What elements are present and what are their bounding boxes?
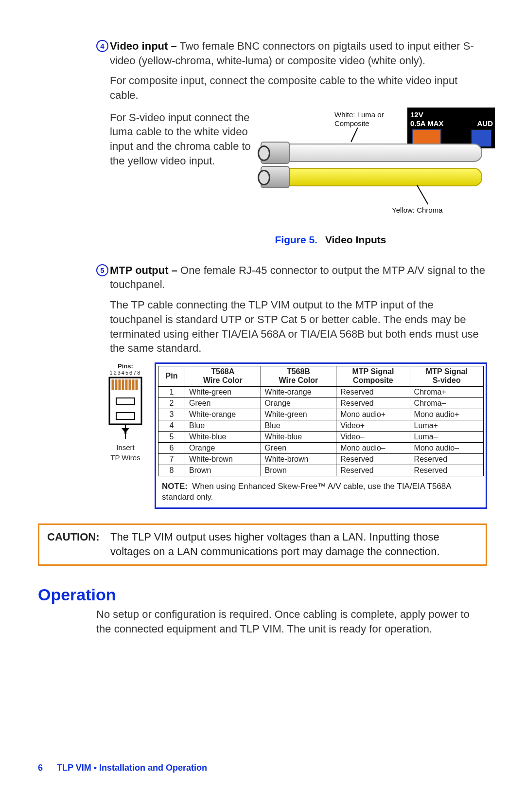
device-panel: 12V 0.5A MAX AUD	[407, 108, 495, 148]
cell-t568a: Blue	[185, 420, 261, 431]
table-row: 4BlueBlueVideo+Luma+	[158, 420, 484, 431]
cell-pin: 8	[158, 465, 185, 476]
cell-pin: 6	[158, 442, 185, 453]
list-item-4: 4 Video input – Two female BNC connector…	[38, 39, 487, 68]
cable-yellow	[271, 168, 482, 186]
item4-para2: For composite input, connect the composi…	[38, 73, 487, 102]
th-pin: Pin	[158, 366, 185, 386]
caution-box: CAUTION: The TLP VIM output uses higher …	[38, 523, 487, 566]
pinout-table-wrap: Pin T568A Wire Color T568B Wire Color MT…	[155, 362, 487, 509]
cell-t568b: Brown	[261, 465, 336, 476]
page-number: 6	[38, 763, 54, 773]
th-mtps: MTP Signal S-video	[410, 366, 483, 386]
bnc-connector-yellow	[261, 166, 290, 188]
cell-t568a: Green	[185, 397, 261, 409]
cell-mtp-composite: Mono audio+	[336, 409, 410, 420]
caution-text: The TLP VIM output uses higher voltages …	[110, 530, 478, 559]
table-row: 1White-greenWhite-orangeReservedChroma+	[158, 386, 484, 397]
footer-title: TLP VIM • Installation and Operation	[57, 763, 207, 773]
cell-pin: 7	[158, 453, 185, 465]
cell-mtp-svideo: Luma+	[410, 420, 483, 431]
cell-mtp-composite: Mono audio–	[336, 442, 410, 453]
bnc-connector-white	[261, 142, 290, 164]
cell-pin: 1	[158, 386, 185, 397]
table-row: 7White-brownWhite-brownReservedReserved	[158, 453, 484, 465]
page-footer: 6 TLP VIM • Installation and Operation	[38, 763, 487, 773]
cell-mtp-composite: Reserved	[336, 386, 410, 397]
table-row: 8BrownBrownReservedReserved	[158, 465, 484, 476]
table-row: 2GreenOrangeReservedChroma–	[158, 397, 484, 409]
figure5-caption: Figure 5. Video Inputs	[174, 234, 487, 246]
th-t568a: T568A Wire Color	[185, 366, 261, 386]
panel-12v-label: 12V	[410, 110, 423, 119]
item5-title: MTP output –	[110, 264, 177, 276]
cell-t568a: Orange	[185, 442, 261, 453]
cable-white	[271, 144, 482, 162]
svg-rect-9	[116, 398, 135, 405]
th-mtpc: MTP Signal Composite	[336, 366, 410, 386]
cell-mtp-svideo: Chroma–	[410, 397, 483, 409]
cell-mtp-svideo: Luma–	[410, 431, 483, 442]
cell-mtp-svideo: Reserved	[410, 465, 483, 476]
rj45-diagram: Pins: 12345678	[96, 362, 155, 509]
panel-05a-label: 0.5A MAX	[410, 119, 444, 127]
label-white-cable: White: Luma or Composite	[334, 110, 384, 128]
cell-t568b: White-brown	[261, 453, 336, 465]
cell-t568a: White-brown	[185, 453, 261, 465]
pinout-note: NOTE: When using Enhanced Skew-Free™ A/V…	[158, 476, 484, 504]
cell-t568a: White-green	[185, 386, 261, 397]
item5-para2: The TP cable connecting the TLP VIM outp…	[38, 298, 487, 356]
cell-mtp-svideo: Mono audio–	[410, 442, 483, 453]
panel-aud-label: AUD	[477, 119, 493, 127]
cell-t568b: Orange	[261, 397, 336, 409]
cell-t568b: Blue	[261, 420, 336, 431]
heading-operation: Operation	[38, 585, 487, 604]
cell-pin: 2	[158, 397, 185, 409]
cell-t568a: White-orange	[185, 409, 261, 420]
cell-t568b: White-blue	[261, 431, 336, 442]
label-yellow-cable: Yellow: Chroma	[392, 206, 443, 215]
list-item-5: 5 MTP output – One female RJ-45 connecto…	[38, 263, 487, 292]
cell-mtp-svideo: Mono audio+	[410, 409, 483, 420]
cell-pin: 5	[158, 431, 185, 442]
cell-mtp-composite: Reserved	[336, 453, 410, 465]
item4-para3: For S-video input connect the luma cable…	[110, 110, 271, 222]
table-row: 3White-orangeWhite-greenMono audio+Mono …	[158, 409, 484, 420]
cell-t568a: Brown	[185, 465, 261, 476]
cell-mtp-composite: Reserved	[336, 397, 410, 409]
item-number-5: 5	[96, 264, 108, 276]
table-row: 5White-blueWhite-blueVideo–Luma–	[158, 431, 484, 442]
table-row: 6OrangeGreenMono audio–Mono audio–	[158, 442, 484, 453]
cell-mtp-svideo: Reserved	[410, 453, 483, 465]
item-number-4: 4	[96, 40, 108, 52]
caution-label: CAUTION:	[47, 530, 110, 559]
th-t568b: T568B Wire Color	[261, 366, 336, 386]
cell-pin: 3	[158, 409, 185, 420]
figure-video-inputs: 12V 0.5A MAX AUD White: Luma or Composit…	[271, 110, 485, 222]
rj45-icon	[106, 376, 144, 433]
operation-body: No setup or configuration is required. O…	[96, 607, 487, 636]
item4-title: Video input –	[110, 40, 177, 52]
cell-t568a: White-blue	[185, 431, 261, 442]
cell-mtp-composite: Reserved	[336, 465, 410, 476]
cell-t568b: White-green	[261, 409, 336, 420]
cell-mtp-svideo: Chroma+	[410, 386, 483, 397]
cell-mtp-composite: Video+	[336, 420, 410, 431]
cell-mtp-composite: Video–	[336, 431, 410, 442]
pinout-table: Pin T568A Wire Color T568B Wire Color MT…	[158, 366, 484, 476]
cell-t568b: Green	[261, 442, 336, 453]
cell-t568b: White-orange	[261, 386, 336, 397]
cell-pin: 4	[158, 420, 185, 431]
svg-rect-10	[116, 413, 135, 419]
